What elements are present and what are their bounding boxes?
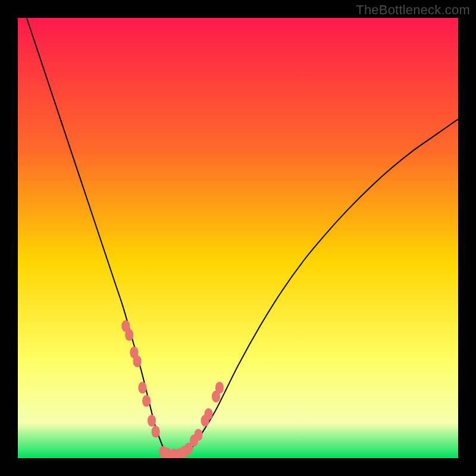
plot-area [18, 18, 458, 458]
marker-point [148, 415, 156, 427]
chart-frame: TheBottleneck.com [0, 0, 476, 476]
chart-svg [18, 18, 458, 458]
marker-point [194, 429, 202, 441]
marker-point [152, 426, 160, 438]
marker-point [142, 395, 151, 407]
marker-point [215, 382, 224, 394]
marker-point [125, 329, 133, 341]
marker-point [204, 408, 212, 420]
marker-point [133, 355, 142, 367]
gradient-background [18, 18, 458, 458]
marker-point [138, 382, 146, 394]
watermark-text: TheBottleneck.com [356, 2, 470, 18]
